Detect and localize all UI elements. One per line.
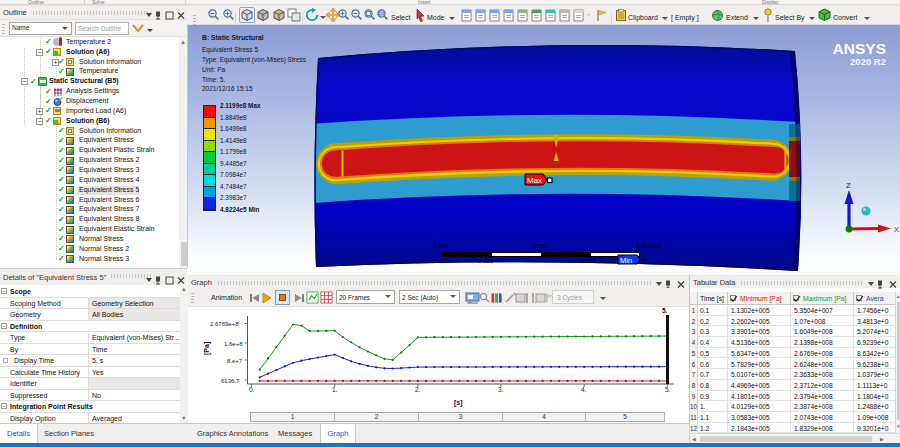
svg-text:2.: 2.	[415, 386, 421, 393]
svg-text:Max: Max	[527, 176, 542, 185]
svg-text:5.: 5.	[665, 386, 671, 393]
svg-text:4.: 4.	[581, 386, 587, 393]
svg-text:6136.7: 6136.7	[221, 378, 240, 384]
svg-text:Min: Min	[620, 256, 632, 265]
svg-text:2.6769e+8: 2.6769e+8	[210, 321, 239, 327]
svg-text:8.e+7: 8.e+7	[227, 358, 243, 364]
svg-text:1.6e+8: 1.6e+8	[224, 341, 243, 347]
svg-text:X: X	[894, 225, 900, 234]
svg-text:Z: Z	[846, 181, 851, 190]
svg-text:0.: 0.	[249, 386, 255, 393]
svg-text:1.: 1.	[332, 386, 338, 393]
svg-text:5.: 5.	[662, 307, 668, 314]
svg-text:[s]: [s]	[454, 399, 463, 407]
svg-text:3.: 3.	[498, 386, 504, 393]
svg-text:[Pa]: [Pa]	[203, 342, 211, 355]
